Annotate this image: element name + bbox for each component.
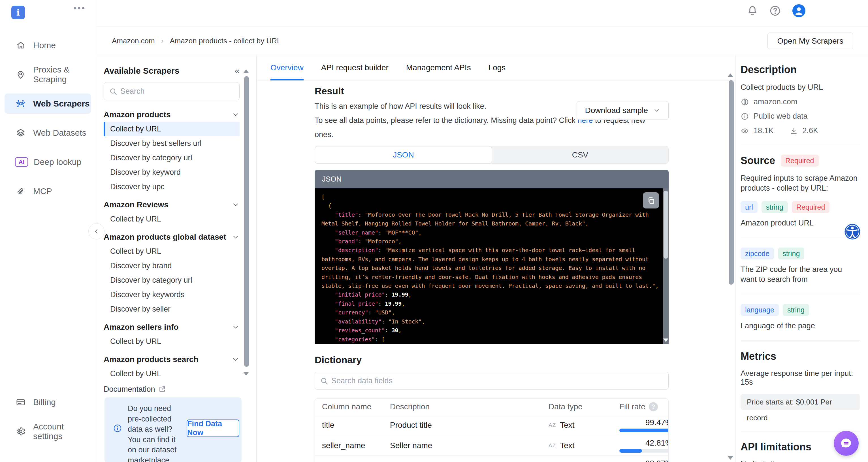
tab-label: Logs <box>489 63 506 72</box>
open-my-scrapers-button[interactable]: Open My Scrapers <box>768 33 853 49</box>
download-sample-button[interactable]: Download sample <box>577 101 669 120</box>
fill-rate-value: 98.07% <box>619 459 669 462</box>
scraper-group-amazon-products-global-dataset[interactable]: Amazon products global dataset <box>104 230 240 244</box>
panel-scroll-up[interactable] <box>243 69 249 73</box>
param-name-badge: zipcode <box>741 248 774 259</box>
code-line: "seller_name": "MOF***CO", <box>321 228 657 237</box>
scraper-item-discover-by-category-url[interactable]: Discover by category url <box>104 273 240 287</box>
main-scroll-down[interactable] <box>727 456 733 460</box>
scraper-item-discover-by-keywords[interactable]: Discover by keywords <box>104 287 240 302</box>
scraper-group-amazon-products-search[interactable]: Amazon products search <box>104 352 240 367</box>
table-body: titleProduct titleAZText99.47%seller_nam… <box>315 415 668 462</box>
accessibility-widget-button[interactable] <box>844 223 861 240</box>
top-bar <box>96 0 868 26</box>
scraper-item-collect-by-url[interactable]: Collect by URL <box>104 244 240 258</box>
chev-down-icon <box>231 323 240 331</box>
sidebar-item-billing[interactable]: Billing <box>4 392 91 412</box>
user-avatar[interactable] <box>793 4 805 17</box>
find-data-now-button[interactable]: Find Data Now <box>187 420 239 437</box>
code-line: bathrooms, RVs, and campers. The layered… <box>321 255 657 264</box>
cell-description: Seller name <box>390 441 549 450</box>
sidebar-item-home[interactable]: Home <box>4 35 91 56</box>
code-line: "brand": "Moforoco", <box>321 237 657 246</box>
scraper-item-discover-by-brand[interactable]: Discover by brand <box>104 258 240 273</box>
divider <box>741 340 860 341</box>
scraper-item-discover-by-best-sellers-url[interactable]: Discover by best sellers url <box>104 136 240 151</box>
scraper-item-collect-by-url[interactable]: Collect by URL <box>104 122 240 136</box>
scraper-search <box>104 82 240 100</box>
help-icon[interactable] <box>769 4 781 17</box>
scraper-group-amazon-sellers-info[interactable]: Amazon sellers info <box>104 320 240 334</box>
collapse-sidebar-button[interactable] <box>88 223 104 239</box>
notifications-bell-icon[interactable] <box>746 4 759 17</box>
scraper-item-collect-by-url[interactable]: Collect by URL <box>104 334 240 349</box>
chev-down-icon <box>231 111 240 119</box>
tab-logs[interactable]: Logs <box>489 55 506 81</box>
text-type-icon: AZ <box>549 442 556 449</box>
scraper-item-collect-by-url[interactable]: Collect by URL <box>104 367 240 381</box>
divider <box>741 238 860 238</box>
code-body[interactable]: [ { "title": "Moforoco Over The Door Tow… <box>315 188 669 344</box>
scraper-item-discover-by-upc[interactable]: Discover by upc <box>104 180 240 194</box>
fill-rate-value: 42.81% <box>619 438 669 448</box>
more-menu-icon[interactable]: ••• <box>73 4 86 12</box>
tab-label: Overview <box>271 63 304 72</box>
source-intro: Required inputs to scrape Amazon product… <box>741 173 858 193</box>
downloads-icon <box>789 127 798 135</box>
collapse-panel-icon[interactable]: « <box>235 65 240 76</box>
scraper-item-label: Collect by URL <box>110 215 161 223</box>
scraper-item-discover-by-seller[interactable]: Discover by seller <box>104 302 240 316</box>
sidebar-item-web-scrapers[interactable]: Web Scrapers <box>4 93 91 114</box>
dictionary-search-input[interactable] <box>331 376 618 385</box>
breadcrumb-item-domain[interactable]: Amazon.com <box>112 36 155 45</box>
source-input-url: urlstringRequiredAmazon product URL <box>741 201 860 228</box>
code-line: { <box>321 202 657 210</box>
documentation-link[interactable]: Documentation <box>104 384 240 395</box>
scraper-groups: Amazon productsCollect by URLDiscover by… <box>104 107 240 381</box>
fill-rate-help-icon[interactable]: ? <box>649 402 658 411</box>
code-line: "title": "Moforoco Over The Door Towel R… <box>321 211 657 219</box>
scraper-item-discover-by-category-url[interactable]: Discover by category url <box>104 151 240 165</box>
chat-support-button[interactable] <box>834 431 859 456</box>
json-label: JSON <box>393 150 414 159</box>
code-scrollbar-thumb[interactable] <box>663 191 668 258</box>
dataset-promo-card: Do you need pre-collected data as well? … <box>104 397 242 462</box>
main-scroll-up[interactable] <box>727 73 733 77</box>
sidebar-item-account-settings[interactable]: Account settings <box>4 421 91 441</box>
panel-scroll-down[interactable] <box>243 372 249 376</box>
main-scrollbar[interactable] <box>728 80 734 285</box>
metrics-heading: Metrics <box>741 350 860 362</box>
panel-scrollbar[interactable] <box>244 76 249 367</box>
toggle-csv[interactable]: CSV <box>492 146 668 163</box>
scraper-item-collect-by-url[interactable]: Collect by URL <box>104 212 240 226</box>
documentation-label: Documentation <box>104 385 155 394</box>
available-scrapers-panel: Available Scrapers « Amazon productsColl… <box>97 55 256 462</box>
chat-bubble-icon <box>840 437 853 450</box>
tab-management-apis[interactable]: Management APIs <box>406 55 471 81</box>
sidebar-item-deep-lookup[interactable]: AIDeep lookup <box>4 152 91 172</box>
external-link-icon <box>159 386 166 393</box>
scraper-item-label: Discover by upc <box>110 182 164 191</box>
scraper-item-discover-by-keyword[interactable]: Discover by keyword <box>104 165 240 180</box>
toggle-json[interactable]: JSON <box>315 146 492 163</box>
sidebar-item-proxies-scraping[interactable]: Proxies & Scraping <box>4 64 91 85</box>
code-line: "description": "Maximize vertical space … <box>321 246 657 255</box>
data-type-label: Text <box>560 441 574 450</box>
brand-logo[interactable]: i <box>11 6 25 19</box>
scraper-group-amazon-reviews[interactable]: Amazon Reviews <box>104 198 240 212</box>
copy-code-button[interactable] <box>643 192 659 209</box>
result-description-line3: ones. <box>315 130 669 139</box>
tab-api-request-builder[interactable]: API request builder <box>321 55 389 81</box>
scraper-search-input[interactable] <box>120 87 221 96</box>
tab-overview[interactable]: Overview <box>271 55 304 81</box>
sidebar-item-mcp[interactable]: MCP <box>4 181 91 202</box>
search-icon <box>320 377 329 385</box>
param-name-badge: language <box>741 304 779 316</box>
scraper-group-amazon-products[interactable]: Amazon products <box>104 107 240 122</box>
param-type-badge: string <box>778 248 804 259</box>
code-scroll-down[interactable] <box>663 339 668 342</box>
download-sample-label: Download sample <box>585 106 648 115</box>
code-line: [ <box>321 193 657 202</box>
code-scrollbar-track[interactable] <box>663 188 669 344</box>
sidebar-item-web-datasets[interactable]: Web Datasets <box>4 123 91 143</box>
